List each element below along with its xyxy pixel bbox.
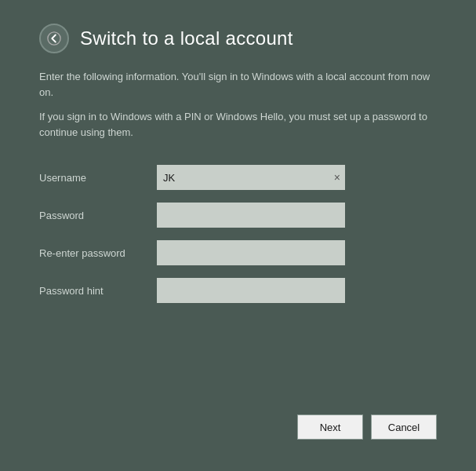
password-label: Password	[39, 210, 157, 221]
hint-input[interactable]	[157, 278, 345, 303]
reenter-input[interactable]	[157, 240, 345, 265]
reenter-row: Re-enter password	[39, 240, 437, 265]
back-button[interactable]	[39, 24, 69, 53]
header: Switch to a local account	[39, 24, 437, 53]
password-input-wrapper	[157, 203, 345, 228]
page-container: Switch to a local account Enter the foll…	[0, 0, 476, 471]
back-arrow-icon	[47, 31, 61, 46]
description-line2: If you sign in to Windows with a PIN or …	[39, 109, 437, 140]
username-label: Username	[39, 172, 157, 184]
form-area: Username × Password Re-enter password Pa…	[39, 165, 437, 316]
svg-point-0	[48, 32, 60, 45]
reenter-label: Re-enter password	[39, 247, 157, 259]
username-input-wrapper: ×	[157, 165, 345, 190]
hint-input-wrapper	[157, 278, 345, 303]
footer: Next Cancel	[39, 414, 437, 447]
username-input[interactable]	[157, 165, 345, 190]
description-line1: Enter the following information. You'll …	[39, 69, 437, 100]
page-title: Switch to a local account	[80, 27, 293, 49]
hint-label: Password hint	[39, 285, 157, 297]
next-button[interactable]: Next	[297, 414, 363, 440]
hint-row: Password hint	[39, 278, 437, 303]
username-row: Username ×	[39, 165, 437, 190]
username-clear-button[interactable]: ×	[334, 172, 340, 183]
reenter-input-wrapper	[157, 240, 345, 265]
password-row: Password	[39, 203, 437, 228]
cancel-button[interactable]: Cancel	[371, 414, 437, 440]
password-input[interactable]	[157, 203, 345, 228]
